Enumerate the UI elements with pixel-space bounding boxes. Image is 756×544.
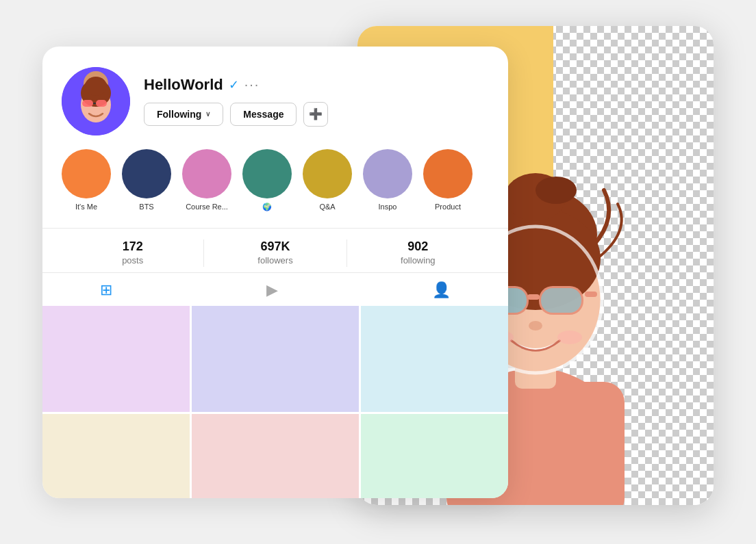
add-friend-button[interactable]: ➕ (303, 102, 328, 127)
stat-number: 697K (260, 239, 290, 254)
stat-item: 902following (347, 239, 489, 267)
tab-icon-2[interactable]: 👤 (432, 281, 451, 306)
story-label: Q&A (319, 203, 335, 211)
grid-cell[interactable] (361, 414, 508, 498)
avatar (62, 67, 130, 135)
stories-row: It's MeBTSCourse Re...🌍Q&AInspoProduct (62, 149, 489, 211)
photo-grid (42, 306, 508, 498)
message-button[interactable]: Message (230, 103, 297, 126)
stat-label: following (401, 255, 436, 265)
story-item[interactable]: Course Re... (182, 149, 231, 211)
profile-info: HelloWorld ✓ ··· Following ∨ Message ➕ (144, 76, 489, 127)
svg-rect-23 (585, 292, 597, 297)
story-item[interactable]: It's Me (62, 149, 111, 211)
stat-label: followers (257, 255, 292, 265)
story-item[interactable]: Product (423, 149, 473, 211)
svg-rect-7 (96, 100, 107, 107)
svg-point-5 (85, 77, 107, 96)
svg-rect-6 (82, 100, 93, 107)
story-item[interactable]: Q&A (303, 149, 352, 211)
tabs-row: ⊞▶👤 (42, 273, 508, 306)
add-friend-icon: ➕ (309, 107, 323, 120)
story-item[interactable]: 🌍 (242, 149, 292, 211)
story-circle (242, 149, 292, 198)
tab-icon-1[interactable]: ▶ (266, 281, 278, 306)
profile-header: HelloWorld ✓ ··· Following ∨ Message ➕ (62, 67, 489, 135)
svg-rect-21 (527, 294, 540, 300)
stat-number: 172 (123, 239, 143, 254)
story-circle (423, 149, 473, 198)
stat-item: 172posts (62, 239, 203, 267)
story-circle (363, 149, 412, 198)
story-circle (122, 149, 171, 198)
more-dots-button[interactable]: ··· (244, 77, 260, 92)
grid-cell[interactable] (192, 414, 358, 498)
story-item[interactable]: Inspo (363, 149, 412, 211)
scene: HelloWorld ✓ ··· Following ∨ Message ➕ (42, 26, 714, 519)
chevron-down-icon: ∨ (205, 110, 210, 118)
story-label: Course Re... (186, 203, 228, 211)
profile-name: HelloWorld (144, 76, 223, 94)
story-label: It's Me (75, 203, 97, 211)
svg-point-16 (536, 177, 577, 204)
stats-row: 172posts697Kfollowers902following (62, 229, 489, 272)
story-circle (303, 149, 352, 198)
svg-rect-20 (541, 288, 581, 313)
following-button[interactable]: Following ∨ (144, 103, 223, 126)
svg-point-27 (557, 331, 582, 344)
profile-name-row: HelloWorld ✓ ··· (144, 76, 489, 94)
story-label: 🌍 (262, 203, 272, 211)
story-label: Inspo (379, 203, 397, 211)
stat-number: 902 (407, 239, 428, 254)
profile-actions: Following ∨ Message ➕ (144, 102, 489, 127)
story-circle (62, 149, 111, 198)
story-label: Product (435, 203, 461, 211)
following-label: Following (157, 109, 201, 120)
story-item[interactable]: BTS (122, 149, 171, 211)
verified-badge: ✓ (229, 77, 239, 92)
grid-cell[interactable] (42, 414, 190, 498)
stat-label: posts (122, 255, 143, 265)
profile-card: HelloWorld ✓ ··· Following ∨ Message ➕ (42, 47, 508, 498)
story-label: BTS (139, 203, 153, 211)
tab-icon-0[interactable]: ⊞ (100, 281, 112, 306)
stat-item: 697Kfollowers (204, 239, 346, 267)
grid-cell[interactable] (361, 306, 508, 412)
grid-cell[interactable] (42, 306, 190, 412)
story-circle (182, 149, 231, 198)
grid-cell[interactable] (192, 306, 358, 412)
svg-point-24 (529, 321, 542, 331)
